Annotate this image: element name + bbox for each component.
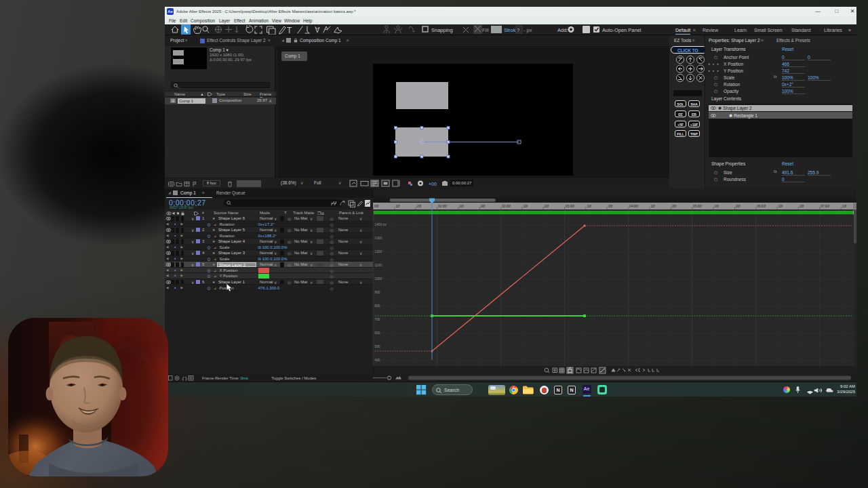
svg-text:Snapping: Snapping (431, 27, 453, 33)
svg-text:20f: 20f (800, 205, 804, 208)
svg-text:600: 600 (375, 331, 380, 335)
svg-text:20f: 20f (736, 205, 741, 208)
svg-text:10f: 10f (715, 205, 719, 208)
svg-text:10f: 10f (842, 205, 847, 208)
svg-text:10f: 10f (587, 205, 591, 208)
svg-text:Add:: Add: (557, 27, 568, 33)
svg-text:10f: 10f (395, 205, 400, 208)
svg-text:20f: 20f (545, 205, 549, 208)
svg-text:04:00f: 04:00f (629, 205, 638, 208)
svg-text:?: ? (517, 27, 519, 33)
svg-text:20f: 20f (608, 205, 613, 208)
svg-text:10f: 10f (650, 205, 655, 208)
svg-text:1300: 1300 (375, 237, 382, 240)
svg-text:500: 500 (375, 345, 380, 348)
svg-text:10f: 10f (778, 205, 783, 208)
svg-text:20f: 20f (481, 205, 486, 208)
svg-text:01:00f: 01:00f (438, 205, 447, 208)
svg-text:20f: 20f (417, 205, 422, 208)
svg-text:Auto-Open Panel: Auto-Open Panel (602, 27, 642, 33)
svg-text:10f: 10f (523, 205, 528, 208)
svg-text:1400 px: 1400 px (375, 223, 387, 226)
svg-text:07:00f: 07:00f (821, 205, 829, 208)
svg-text:02:00f: 02:00f (502, 205, 511, 208)
svg-text:+00: +00 (429, 182, 437, 186)
svg-text:{}: {} (182, 376, 187, 382)
svg-text:1200: 1200 (375, 250, 382, 253)
svg-text:05:00f: 05:00f (693, 205, 702, 208)
svg-text:10f: 10f (459, 205, 464, 208)
svg-text:- px: - px (524, 27, 532, 33)
svg-text:700: 700 (375, 318, 380, 321)
svg-text:1100: 1100 (375, 264, 382, 267)
svg-text:00f: 00f (374, 205, 379, 208)
svg-text:400: 400 (375, 359, 380, 362)
svg-text:06:00f: 06:00f (757, 205, 766, 208)
svg-text:03:00f: 03:00f (566, 205, 574, 208)
svg-text:T: T (287, 26, 292, 35)
svg-text:Fill: Fill (482, 27, 489, 33)
svg-text:900: 900 (375, 291, 380, 294)
svg-text:800: 800 (375, 304, 380, 308)
svg-text:1000: 1000 (375, 277, 382, 281)
svg-text:20f: 20f (672, 205, 677, 208)
